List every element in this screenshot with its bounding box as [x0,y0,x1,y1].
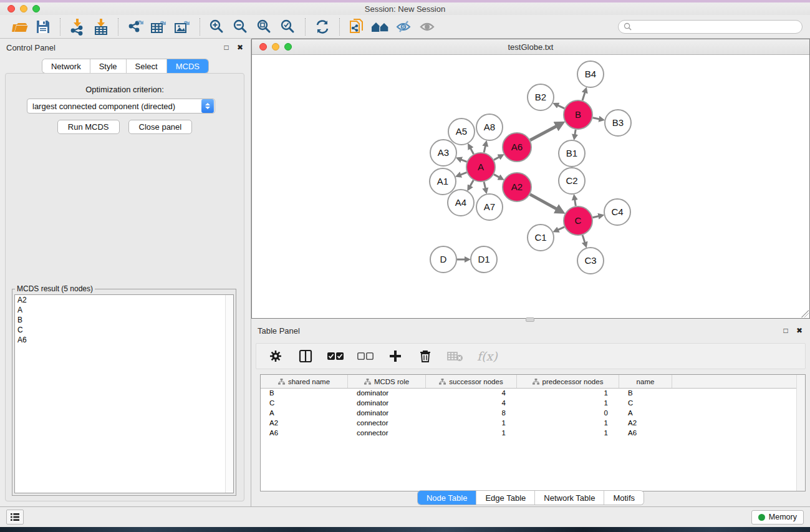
tab-network[interactable]: Network [42,59,90,73]
node-B2[interactable]: B2 [528,84,554,110]
delete-table-icon[interactable] [447,348,463,364]
table-cell[interactable]: 8 [426,409,517,418]
column-header-name[interactable]: name [619,375,672,388]
edge-A-A3[interactable] [461,160,466,162]
first-neighbors-icon[interactable] [369,17,392,37]
tab-mcds[interactable]: MCDS [167,59,208,73]
tab-network-table[interactable]: Network Table [535,491,604,505]
table-settings-gear-icon[interactable] [268,348,284,364]
node-C1[interactable]: C1 [528,225,554,251]
table-row[interactable]: Bdominator41B [261,389,805,399]
edge-B-B2[interactable] [557,105,564,109]
delete-column-icon[interactable] [417,348,433,364]
table-scrollbar[interactable] [796,375,805,491]
show-column-panel-icon[interactable] [297,348,314,364]
node-A2[interactable]: A2 [503,173,531,201]
float-table-panel-icon[interactable]: □ [781,326,790,335]
edge-A2-C[interactable] [530,195,557,210]
edge-A-A7[interactable] [484,181,485,188]
node-C4[interactable]: C4 [604,199,630,225]
table-cell[interactable]: A2 [261,418,348,428]
node-A6[interactable]: A6 [503,133,531,162]
zoom-fit-icon[interactable] [253,17,276,37]
table-cell[interactable]: dominator [348,389,426,399]
table-row[interactable]: Cdominator41C [261,399,805,409]
table-cell[interactable]: dominator [348,409,426,418]
splitter-grip[interactable] [526,317,534,322]
table-cell[interactable]: 0 [517,409,619,418]
edge-A-A4[interactable] [470,180,473,186]
edge-C-C1[interactable] [558,227,564,230]
table-cell[interactable]: 1 [517,399,619,409]
table-cell[interactable]: C [619,399,672,409]
mcds-result-item[interactable]: B [15,315,233,325]
node-B4[interactable]: B4 [577,61,604,87]
table-cell[interactable]: connector [348,418,426,428]
column-header-successor-nodes[interactable]: successor nodes [426,375,517,388]
table-cell[interactable]: 4 [426,399,517,409]
memory-button[interactable]: Memory [751,510,804,525]
table-cell[interactable]: 4 [426,389,517,399]
table-row[interactable]: A6connector11A6 [261,428,805,438]
close-panel-button[interactable]: Close panel [128,120,193,134]
create-column-icon[interactable] [387,348,403,364]
float-panel-icon[interactable]: □ [222,43,231,52]
node-A[interactable]: A [466,153,495,181]
edge-A-A1[interactable] [460,172,466,175]
node-C2[interactable]: C2 [559,168,585,194]
column-header-MCDS-role[interactable]: MCDS role [348,375,426,388]
tab-node-table[interactable]: Node Table [418,491,477,505]
window-resize-handle[interactable] [801,310,809,317]
run-mcds-button[interactable]: Run MCDS [57,120,120,134]
save-session-icon[interactable] [31,17,55,37]
export-image-icon[interactable] [171,17,195,37]
edge-C-C3[interactable] [582,235,585,243]
new-network-from-selection-icon[interactable] [345,17,369,37]
node-B[interactable]: B [564,100,592,129]
zoom-out-icon[interactable] [229,17,253,37]
import-table-icon[interactable] [89,17,113,37]
export-table-icon[interactable] [147,17,171,37]
search-input[interactable] [634,22,797,31]
table-cell[interactable]: dominator [348,399,426,409]
network-window-titlebar[interactable]: testGlobe.txt [252,39,809,55]
table-cell[interactable]: 1 [517,418,619,428]
node-A4[interactable]: A4 [448,190,474,216]
edge-A6-B[interactable] [530,126,557,140]
table-cell[interactable]: A [619,409,672,418]
refresh-icon[interactable] [311,17,334,37]
node-D[interactable]: D [430,246,456,273]
table-cell[interactable]: C [261,399,348,409]
table-cell[interactable]: A2 [619,418,672,428]
node-A7[interactable]: A7 [476,194,503,220]
task-history-button[interactable] [6,510,24,525]
import-network-icon[interactable] [65,17,89,37]
tab-style[interactable]: Style [90,59,127,73]
function-builder-icon[interactable]: f(x) [477,349,498,363]
result-scrollbar[interactable] [225,295,233,493]
edge-C-C4[interactable] [592,216,599,218]
mcds-result-item[interactable]: C [15,325,233,335]
close-table-panel-icon[interactable]: ✖ [795,326,804,335]
table-cell[interactable]: 1 [426,428,517,438]
edge-A-A2[interactable] [494,175,499,178]
table-cell[interactable]: A6 [261,428,348,438]
node-A1[interactable]: A1 [430,168,456,195]
node-A5[interactable]: A5 [448,118,475,145]
table-cell[interactable]: B [261,389,348,399]
optimization-criterion-select[interactable]: largest connected component (directed) [27,99,215,114]
show-all-icon[interactable] [416,17,440,37]
table-cell[interactable]: B [619,389,672,399]
export-network-icon[interactable] [123,17,147,37]
node-A3[interactable]: A3 [430,140,456,166]
deselect-all-columns-icon[interactable] [357,348,374,364]
edge-A-A6[interactable] [494,157,499,160]
select-all-columns-icon[interactable] [327,348,344,364]
close-panel-icon[interactable]: ✖ [236,43,244,52]
node-A8[interactable]: A8 [476,114,503,140]
zoom-selected-icon[interactable] [276,17,300,37]
table-cell[interactable]: A6 [619,428,672,438]
node-B1[interactable]: B1 [559,140,585,167]
search-field[interactable] [618,20,803,34]
zoom-in-icon[interactable] [205,17,229,37]
